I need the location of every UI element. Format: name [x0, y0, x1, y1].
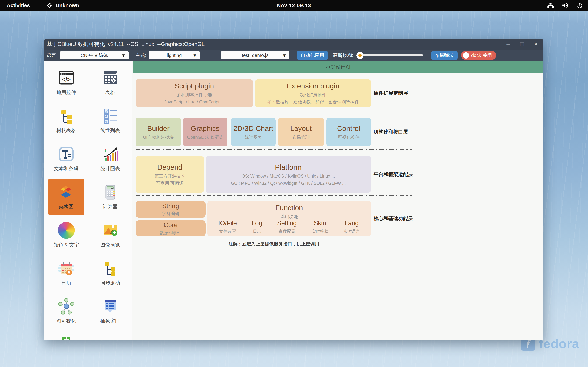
block-depend: Depend 第三方开源技术 可商用 可闭源 [136, 156, 204, 193]
block-function: Function 基础功能 IO/File 文件读写 Log 日志 [207, 201, 371, 236]
window-titlebar[interactable]: 基于CBlueUI数据可视化 v24.11 --OS: Linux --Grap… [44, 39, 543, 50]
sidebar-item-common-controls[interactable]: </> 通用控件 [46, 64, 86, 102]
list-icon [102, 108, 119, 125]
graph-network-icon [58, 298, 75, 315]
architecture-diagram: Script plugin 多种脚本插件可选 JavaScript / Lua … [133, 73, 543, 339]
language-select[interactable]: CN-中文简体 ▼ [60, 51, 129, 59]
app-menu[interactable]: Unknown [47, 2, 79, 8]
svg-text:5: 5 [68, 270, 70, 275]
block-core: Core 数据和事件 [136, 220, 206, 236]
layer-label-ui: UI构建和接口层 [374, 129, 408, 135]
window-title: 基于CBlueUI数据可视化 v24.11 --OS: Linux --Grap… [47, 41, 205, 48]
sidebar-item-statistics-chart[interactable]: 统计图表 [90, 140, 130, 178]
calendar-icon: 5 [58, 260, 75, 277]
activities-button[interactable]: Activities [7, 2, 30, 8]
block-string: String 字符编码 [136, 201, 206, 218]
unknown-app-icon [47, 2, 53, 8]
main-content: 框架设计图 Script plugin 多种脚本插件可选 JavaScript … [132, 61, 543, 340]
toolbar: 语言: CN-中文简体 ▼ 主题: lighting ▼ test_demo.j… [44, 50, 543, 61]
dock-toggle[interactable]: dock 关闭 [461, 51, 496, 60]
auto-apply-button[interactable]: 自动化应用 [297, 51, 328, 60]
language-label: 语言: [47, 52, 58, 58]
text-barcode-icon [58, 146, 75, 163]
block-lang: Lang 实时语言 [343, 219, 360, 234]
volume-icon[interactable] [562, 2, 569, 8]
capture-brackets-icon [58, 336, 75, 340]
power-icon[interactable] [576, 2, 583, 8]
block-2d3d-chart: 2D/3D Chart 统计图表 [231, 118, 276, 146]
block-platform: Platform OS: Window / MacOS / KylinOS / … [206, 156, 371, 193]
code-window-icon: </> [58, 70, 75, 86]
sync-tree-icon [102, 260, 119, 277]
calculator-icon [102, 184, 119, 201]
block-layout: Layout 布局管理 [278, 118, 324, 146]
gnome-top-bar: Activities Unknown Nov 12 09:13 [0, 0, 588, 11]
block-setting: Setting 参数配置 [277, 219, 297, 234]
block-script-plugin: Script plugin 多种脚本插件可选 JavaScript / Lua … [136, 79, 253, 107]
minimize-button[interactable]: – [506, 41, 510, 47]
tree-table-icon [58, 108, 75, 125]
block-extension-plugin: Extension plugin 功能扩展插件 如：数据库、通信协议、加密、图像… [255, 79, 371, 107]
sidebar-item-architecture-selected[interactable]: 架构图 [48, 179, 84, 215]
block-graphics: Graphics OpenGL 或 软渲染 [183, 118, 227, 146]
sidebar-item-calendar[interactable]: 5 日历 [46, 254, 86, 292]
chevron-down-icon: ▼ [282, 53, 287, 58]
bar-chart-icon [102, 146, 119, 163]
sidebar-item-text-barcode[interactable]: 文本和条码 [46, 140, 86, 178]
fedora-brand-text: fedora [539, 337, 579, 351]
layer-label-plugin: 插件扩展定制层 [374, 90, 408, 96]
sidebar-item-calculator[interactable]: 计算器 [90, 178, 130, 216]
block-control: Control 可视化控件 [326, 118, 371, 146]
layer-label-platform: 平台和框架适配层 [374, 171, 413, 178]
image-add-icon [102, 222, 119, 239]
svg-text:</>: </> [62, 76, 70, 83]
sidebar-item-sync-scroll[interactable]: 同步滚动 [90, 254, 130, 292]
layer-separator [136, 149, 412, 150]
color-wheel-icon [58, 222, 75, 239]
app-window: 基于CBlueUI数据可视化 v24.11 --OS: Linux --Grap… [44, 39, 543, 340]
layer-label-core: 核心和基础功能层 [374, 215, 413, 222]
toggle-knob [463, 52, 469, 58]
chevron-down-icon: ▼ [192, 53, 197, 58]
flip-layout-button[interactable]: 布局翻转 [431, 51, 458, 60]
abstract-window-icon [102, 298, 119, 315]
script-file-select[interactable]: test_demo.js ▼ [221, 51, 289, 59]
architecture-diagram-icon [58, 184, 75, 201]
gaussian-blur-slider[interactable] [357, 54, 423, 57]
clock[interactable]: Nov 12 09:13 [277, 2, 311, 8]
theme-select[interactable]: lighting ▼ [149, 51, 200, 59]
sidebar-item-partial[interactable] [46, 330, 86, 340]
sidebar-item-graph-visualization[interactable]: 图可视化 [46, 292, 86, 330]
sidebar: </> 通用控件 [44, 61, 132, 340]
network-icon[interactable] [547, 2, 554, 8]
diagram-header: 框架设计图 [133, 61, 543, 73]
block-log: Log 日志 [252, 219, 262, 234]
slider-thumb[interactable] [356, 52, 363, 59]
sidebar-item-abstract-window[interactable]: 抽象窗口 [90, 292, 130, 330]
app-menu-label: Unknown [55, 2, 79, 8]
sidebar-item-tree-table[interactable]: 树状表格 [46, 102, 86, 140]
sidebar-item-color-text[interactable]: 颜色 & 文字 [46, 216, 86, 254]
theme-label: 主题: [136, 52, 147, 58]
maximize-button[interactable]: □ [520, 41, 524, 47]
sidebar-item-table[interactable]: 表格 [90, 64, 130, 102]
block-skin: Skin 实时换肤 [312, 219, 329, 234]
block-io-file: IO/File 文件读写 [218, 219, 237, 234]
close-button[interactable]: × [534, 41, 538, 47]
sidebar-item-linear-list[interactable]: 线性列表 [90, 102, 130, 140]
block-builder: Builder UI自动构建模块 [136, 118, 181, 146]
table-gear-icon [102, 70, 119, 86]
layer-separator [136, 195, 412, 196]
diagram-note: 注解：底层为上层提供服务接口，供上层调用 [136, 241, 412, 247]
chevron-down-icon: ▼ [121, 53, 126, 58]
gaussian-blur-label: 高斯模糊: [333, 52, 353, 58]
sidebar-item-image-preview[interactable]: 图像预览 [90, 216, 130, 254]
